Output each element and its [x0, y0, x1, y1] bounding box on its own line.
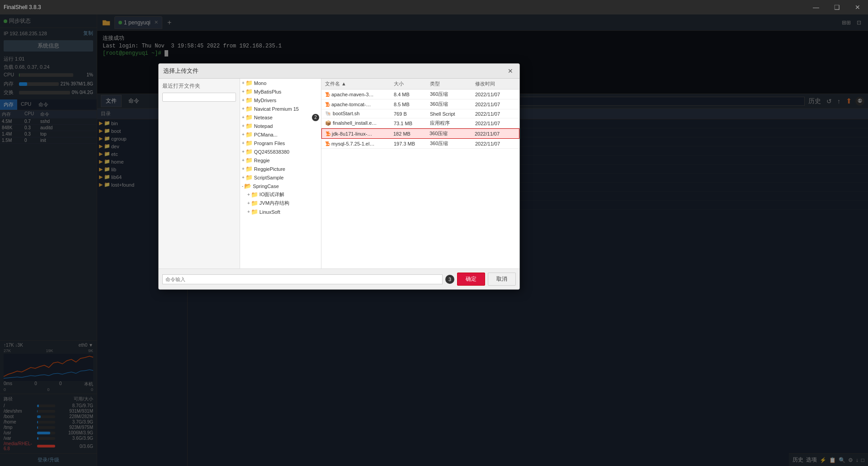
dialog-right-files: 文件名 ▲ 大小 类型 修改时间 🗜 apache-maven-3… 8.4 M… [321, 79, 519, 268]
folder-search-input[interactable] [162, 93, 236, 102]
dialog-file-row[interactable]: 🐚 bootStart.sh 769 B Shell Script 2022/1… [321, 109, 519, 118]
app-title: FinalShell 3.8.3 [4, 4, 41, 10]
dialog-file-row[interactable]: 🗜 apache-maven-3… 8.4 MB 360压缩 2022/11/0… [321, 89, 519, 99]
dialog-body: 最近打开文件夹 +📁Mono +📁MyBatisPlus +📁MyDrivers… [159, 79, 519, 268]
dialog-footer: 3 确定 取消 [159, 268, 519, 289]
tree-node-reggiepic[interactable]: +📁ReggiePicture [240, 165, 321, 173]
tree-node-linuxsoft[interactable]: +📁LinuxSoft [240, 207, 321, 216]
tree-node-pcmana[interactable]: +📁PCMana... [240, 130, 321, 139]
dialog-file-row[interactable]: 🗜 apache-tomcat-… 8.5 MB 360压缩 2022/11/0… [321, 99, 519, 109]
dialog-close-button[interactable]: ✕ [506, 66, 515, 75]
tree-node-reggie[interactable]: +📁Reggie [240, 156, 321, 165]
tree-node-mybatisplus[interactable]: +📁MyBatisPlus [240, 87, 321, 96]
tree-node-navicat[interactable]: +📁Navicat Premium 15 [240, 104, 321, 113]
confirm-badge: 3 [445, 275, 454, 284]
tree-node-netease[interactable]: +📁Netease 2 [240, 113, 321, 122]
recent-folders-label: 最近打开文件夹 [162, 82, 236, 90]
tree-node-mono[interactable]: +📁Mono [240, 79, 321, 87]
tree-node-qq[interactable]: +📁QQ2455838380 [240, 147, 321, 156]
tree-node-mydrivers[interactable]: +📁MyDrivers [240, 96, 321, 104]
dialog-file-row[interactable]: 📦 finalshell_install.e… 73.1 MB 应用程序 202… [321, 118, 519, 128]
titlebar: FinalShell 3.8.3 — ❑ ✕ [0, 0, 868, 14]
tree-node-jvm[interactable]: +📁JVM内存结构 [240, 199, 321, 207]
dialog-title-text: 选择上传文件 [163, 67, 198, 75]
minimize-button[interactable]: — [806, 0, 826, 14]
dialog-title: 选择上传文件 ✕ [159, 64, 519, 79]
close-button[interactable]: ✕ [847, 0, 868, 14]
tree-node-scriptsample[interactable]: +📁ScriptSample [240, 173, 321, 182]
dialog-file-header: 文件名 ▲ 大小 类型 修改时间 [321, 79, 519, 89]
dialog-center-tree: +📁Mono +📁MyBatisPlus +📁MyDrivers +📁Navic… [240, 79, 321, 268]
dialog-left-panel: 最近打开文件夹 [159, 79, 240, 268]
cancel-button[interactable]: 取消 [488, 273, 516, 286]
upload-dialog: 选择上传文件 ✕ 最近打开文件夹 +📁Mono +📁MyBatisPlus +📁… [158, 63, 520, 290]
tree-node-notepad[interactable]: +📁Notepad [240, 122, 321, 130]
tree-node-springcase[interactable]: -📂SpringCase [240, 182, 321, 190]
dialog-file-row-selected[interactable]: 🗜 jdk-8u171-linux-… 182 MB 360压缩 2022/11… [321, 128, 519, 139]
dialog-cmd-input[interactable] [162, 274, 443, 284]
dialog-file-row[interactable]: 🗜 mysql-5.7.25-1.el… 197.3 MB 360压缩 2022… [321, 139, 519, 149]
netease-badge: 2 [312, 114, 319, 121]
confirm-button[interactable]: 确定 [457, 273, 485, 286]
dialog-overlay: 选择上传文件 ✕ 最近打开文件夹 +📁Mono +📁MyBatisPlus +📁… [0, 0, 868, 466]
tree-node-programfiles[interactable]: +📁Program Files [240, 139, 321, 147]
tree-node-io[interactable]: +📁IO面试详解 [240, 190, 321, 199]
restore-button[interactable]: ❑ [826, 0, 847, 14]
window-controls: — ❑ ✕ [806, 0, 868, 14]
